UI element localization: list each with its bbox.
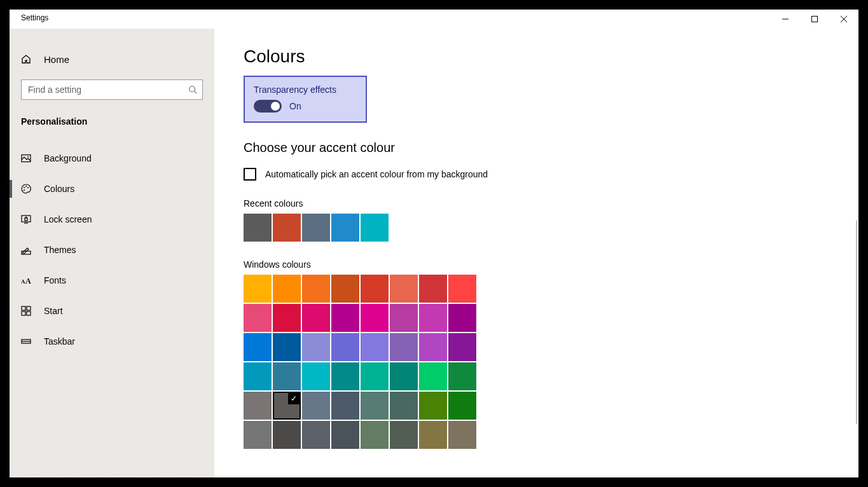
transparency-toggle[interactable] bbox=[254, 100, 282, 113]
windows-colours-grid: ✓ bbox=[244, 275, 858, 449]
sidebar-nav: BackgroundColoursLock screenThemesAAFont… bbox=[10, 132, 214, 357]
sidebar-item-fonts[interactable]: AAFonts bbox=[10, 265, 214, 296]
close-icon bbox=[841, 16, 847, 22]
page-title: Colours bbox=[244, 46, 858, 67]
windows-colour-swatch[interactable] bbox=[361, 421, 389, 449]
windows-colour-swatch[interactable] bbox=[331, 275, 359, 303]
transparency-card: Transparency effects On bbox=[244, 76, 367, 123]
minimize-button[interactable] bbox=[771, 10, 800, 29]
windows-colour-swatch[interactable] bbox=[390, 392, 418, 420]
windows-colour-swatch[interactable] bbox=[419, 362, 447, 390]
sidebar-item-lock-screen[interactable]: Lock screen bbox=[10, 204, 214, 235]
auto-pick-row[interactable]: Automatically pick an accent colour from… bbox=[244, 168, 858, 181]
sidebar-item-start[interactable]: Start bbox=[10, 296, 214, 326]
windows-colour-swatch[interactable] bbox=[331, 392, 359, 420]
search-placeholder: Find a setting bbox=[28, 85, 81, 95]
recent-colours-row bbox=[244, 214, 858, 242]
window-controls bbox=[771, 10, 858, 29]
windows-colour-swatch[interactable] bbox=[244, 362, 272, 390]
sidebar-item-themes[interactable]: Themes bbox=[10, 235, 214, 265]
home-icon bbox=[21, 54, 31, 64]
close-button[interactable] bbox=[829, 10, 858, 29]
windows-colour-swatch[interactable] bbox=[244, 421, 272, 449]
sidebar-item-label: Lock screen bbox=[44, 214, 92, 224]
recent-colour-swatch[interactable] bbox=[361, 214, 389, 242]
window-title: Settings bbox=[10, 10, 48, 22]
windows-colour-swatch[interactable] bbox=[448, 275, 476, 303]
recent-colour-swatch[interactable] bbox=[331, 214, 359, 242]
windows-colour-swatch[interactable] bbox=[361, 304, 389, 332]
auto-pick-checkbox[interactable] bbox=[244, 168, 256, 181]
windows-colour-swatch[interactable] bbox=[244, 304, 272, 332]
sidebar-item-label: Start bbox=[44, 306, 63, 316]
recent-colour-swatch[interactable] bbox=[273, 214, 301, 242]
windows-colour-swatch[interactable] bbox=[302, 275, 330, 303]
search-input[interactable]: Find a setting bbox=[21, 79, 203, 100]
windows-colour-swatch[interactable] bbox=[331, 333, 359, 361]
windows-colour-swatch[interactable] bbox=[244, 275, 272, 303]
windows-colour-swatch[interactable] bbox=[419, 275, 447, 303]
windows-colour-swatch[interactable] bbox=[361, 362, 389, 390]
windows-colour-swatch[interactable] bbox=[419, 304, 447, 332]
windows-colour-swatch[interactable] bbox=[331, 304, 359, 332]
windows-colour-swatch[interactable] bbox=[419, 392, 447, 420]
windows-colour-swatch[interactable]: ✓ bbox=[273, 392, 301, 420]
windows-colour-swatch[interactable] bbox=[361, 392, 389, 420]
windows-colour-swatch[interactable] bbox=[448, 304, 476, 332]
windows-colour-swatch[interactable] bbox=[448, 362, 476, 390]
transparency-state: On bbox=[289, 101, 301, 111]
svg-line-5 bbox=[195, 92, 197, 94]
sidebar-item-label: Colours bbox=[44, 184, 74, 194]
windows-colour-swatch[interactable] bbox=[302, 392, 330, 420]
maximize-button[interactable] bbox=[800, 10, 829, 29]
sidebar-item-background[interactable]: Background bbox=[10, 143, 214, 174]
windows-colour-swatch[interactable] bbox=[302, 304, 330, 332]
svg-point-8 bbox=[24, 187, 25, 188]
windows-colour-swatch[interactable] bbox=[331, 362, 359, 390]
windows-colour-swatch[interactable] bbox=[361, 275, 389, 303]
sidebar-item-colours[interactable]: Colours bbox=[10, 174, 214, 204]
windows-colour-swatch[interactable] bbox=[390, 333, 418, 361]
sidebar-item-label: Background bbox=[44, 153, 92, 163]
windows-colour-swatch[interactable] bbox=[390, 304, 418, 332]
windows-colour-swatch[interactable] bbox=[419, 421, 447, 449]
fonts-icon: AA bbox=[21, 276, 31, 285]
windows-colour-swatch[interactable] bbox=[273, 421, 301, 449]
windows-colour-swatch[interactable] bbox=[244, 333, 272, 361]
windows-colour-swatch[interactable] bbox=[361, 333, 389, 361]
windows-colour-swatch[interactable] bbox=[448, 392, 476, 420]
accent-heading: Choose your accent colour bbox=[244, 141, 858, 155]
windows-colour-swatch[interactable] bbox=[448, 421, 476, 449]
windows-colour-swatch[interactable] bbox=[419, 333, 447, 361]
svg-point-11 bbox=[24, 189, 25, 191]
recent-colour-swatch[interactable] bbox=[244, 214, 272, 242]
lockscreen-icon bbox=[21, 214, 31, 224]
sidebar-item-taskbar[interactable]: Taskbar bbox=[10, 326, 214, 357]
recent-colours-label: Recent colours bbox=[244, 198, 858, 209]
windows-colour-swatch[interactable] bbox=[273, 362, 301, 390]
windows-colour-swatch[interactable] bbox=[390, 275, 418, 303]
check-icon: ✓ bbox=[288, 393, 300, 404]
sidebar-item-label: Fonts bbox=[44, 275, 66, 285]
windows-colour-swatch[interactable] bbox=[448, 333, 476, 361]
windows-colour-swatch[interactable] bbox=[273, 333, 301, 361]
sidebar-home[interactable]: Home bbox=[10, 44, 214, 74]
windows-colour-swatch[interactable] bbox=[302, 421, 330, 449]
windows-colour-swatch[interactable] bbox=[273, 304, 301, 332]
windows-colour-swatch[interactable] bbox=[390, 362, 418, 390]
windows-colour-swatch[interactable] bbox=[302, 333, 330, 361]
sidebar-category: Personalisation bbox=[10, 105, 214, 132]
recent-colour-swatch[interactable] bbox=[302, 214, 330, 242]
svg-point-10 bbox=[27, 187, 29, 188]
windows-colour-swatch[interactable] bbox=[273, 275, 301, 303]
svg-text:A: A bbox=[21, 278, 25, 285]
svg-rect-18 bbox=[22, 306, 25, 310]
windows-colour-swatch[interactable] bbox=[244, 392, 272, 420]
windows-colour-swatch[interactable] bbox=[390, 421, 418, 449]
search-icon bbox=[188, 85, 197, 94]
windows-colour-swatch[interactable] bbox=[302, 362, 330, 390]
windows-colour-swatch[interactable] bbox=[331, 421, 359, 449]
svg-rect-19 bbox=[27, 306, 31, 310]
taskbar-icon bbox=[21, 336, 31, 346]
scrollbar[interactable] bbox=[856, 221, 857, 424]
